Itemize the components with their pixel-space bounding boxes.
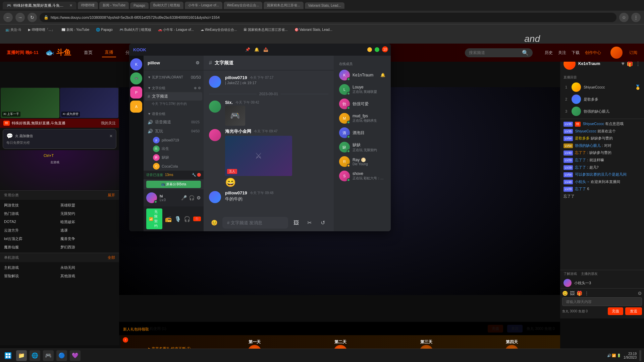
thumb-2[interactable]: XI 成为房管 — [60, 88, 119, 118]
mute-btn[interactable]: 📻 — [165, 216, 172, 222]
voice-member-2[interactable]: 缺 缺缺 — [145, 153, 202, 162]
star-button[interactable]: ☆ — [619, 13, 629, 22]
member-4[interactable]: 酒 酒泡目 — [335, 126, 389, 140]
create-btn[interactable]: 创作中心 — [585, 50, 601, 56]
bookmark-4[interactable]: 🎮 Build大厅 | 暗黑核 — [117, 27, 154, 33]
history-btn[interactable]: 历史 — [545, 50, 553, 56]
emoji-btn[interactable]: 😊 — [209, 218, 220, 228]
show-desktop-btn[interactable] — [639, 350, 641, 361]
server-name-bar[interactable]: pillow ⚙ — [144, 56, 204, 70]
member-2[interactable]: 勃 勃强可爱 — [335, 97, 389, 111]
maximize-btn[interactable] — [375, 47, 379, 52]
send-btn[interactable]: 发送 — [625, 307, 642, 315]
refresh-button[interactable]: ↻ — [28, 13, 37, 22]
bookmark-7[interactable]: 🏛 国家税务总局江苏江苏省... — [241, 27, 290, 33]
kook-pin-icon[interactable]: 📌 — [245, 47, 250, 52]
settings-channel-icon[interactable]: ⚙ — [198, 86, 201, 90]
member-0[interactable]: K Ke1nTraum 🔔 — [335, 68, 389, 82]
tab-bilibili[interactable]: 哔哩哔哩 — [78, 2, 98, 9]
kook-bell-icon[interactable]: 🔔 — [254, 47, 259, 52]
forward-button[interactable]: → — [15, 13, 25, 22]
cat-item-2[interactable]: 热门游戏 — [4, 210, 59, 217]
kook-inbox-icon[interactable]: 📥 — [263, 47, 268, 52]
tab-papago[interactable]: Papago — [130, 2, 148, 9]
settings-button[interactable]: ⋮ — [631, 13, 641, 22]
voice-member-1[interactable]: 出 出生 — [145, 144, 202, 153]
tab-weeasy[interactable]: WeEasy全自动云合... — [224, 2, 262, 9]
text-cat[interactable]: ▼ 文字分组 ⊕ ⚙ — [144, 81, 204, 92]
taskbar-chrome[interactable]: 🔵 — [56, 350, 67, 361]
single-cat-0[interactable]: 主机游戏 — [4, 264, 59, 271]
text-channel-item[interactable]: # 文字频道 — [145, 92, 202, 101]
mute-icon[interactable]: 🎤 — [181, 195, 187, 200]
image-btn[interactable]: 🖼 — [291, 218, 302, 228]
mic-btn[interactable]: 🎙️ — [174, 216, 181, 222]
voice-member-0[interactable]: p pillow0719 — [145, 136, 202, 144]
cat-item-11[interactable]: 梦幻西游 — [60, 244, 115, 251]
single-cat-2[interactable]: 冒险解说 — [4, 273, 59, 280]
cat-item-7[interactable]: 逃课 — [60, 227, 115, 234]
voice-active-bar[interactable]: 📶 无限契约 — [146, 208, 162, 229]
bookmark-2[interactable]: 📰 新闻 - YouTube — [59, 27, 92, 33]
tab-build[interactable]: Build大厅 | 暗黑核 — [150, 2, 183, 9]
gift-chat-icon[interactable]: 🎁 — [577, 291, 582, 296]
nav-home[interactable]: 首页 — [81, 48, 95, 57]
cat-item-1[interactable]: 英雄联盟 — [60, 202, 115, 209]
server-icon-2[interactable]: P — [130, 86, 142, 99]
image-icon[interactable]: 🖼 — [570, 291, 575, 296]
gif-btn[interactable]: ✂ — [304, 218, 315, 228]
tab-active[interactable]: 🎮 特殊好推薦,無限好直播,斗魚直播 ✕ — [3, 2, 76, 9]
member-1[interactable]: L Louye 正在玩 英雄联盟 — [335, 82, 389, 97]
more-btn[interactable]: ↺ — [318, 218, 328, 228]
bookmark-0[interactable]: 📺 关注·斗 — [3, 27, 24, 33]
taskbar-game[interactable]: 🎮 — [43, 350, 54, 361]
bookmark-1[interactable]: ▶ 哔哩哔哩「...」 — [25, 27, 57, 33]
cat-item-0[interactable]: 网游竞技 — [4, 202, 59, 209]
add-channel-icon[interactable]: ⊕ — [194, 86, 197, 90]
settings-chat-icon[interactable]: ⚙ — [638, 291, 642, 296]
nav-live[interactable]: 直播 — [102, 48, 116, 57]
member-6[interactable]: R Ray 🌕 Die Young — [335, 155, 389, 169]
game-image[interactable]: ⚔ 五人 — [225, 136, 292, 176]
single-cat-1[interactable]: 永劫无间 — [60, 264, 115, 271]
cat-item-4[interactable]: DOTA2 — [4, 219, 59, 226]
minimize-btn[interactable] — [367, 47, 372, 52]
voice-member-3[interactable]: C CocaCola — [145, 162, 202, 171]
taskbar-file-explorer[interactable]: 📁 — [16, 350, 27, 361]
chat-input-right[interactable] — [562, 297, 642, 306]
nav-subscribe[interactable]: 订阅 — [629, 50, 637, 56]
cat-expand[interactable]: 展开 — [108, 193, 115, 198]
bookmark-3[interactable]: 🌐 Papago — [93, 27, 115, 32]
bookmark-8[interactable]: 🎯 Valorant Stats, Lead... — [292, 27, 335, 32]
member-5[interactable]: 缺 缺缺 正在玩 无限契约 — [335, 140, 389, 154]
bookmark-6[interactable]: ☁ WeEasy全自动云合... — [198, 27, 239, 33]
user-avatar[interactable] — [610, 47, 623, 59]
member-7[interactable]: S shove 正在玩 彩虹六号：围攻 — [335, 169, 389, 183]
back-button[interactable]: ← — [3, 13, 13, 22]
chat-input[interactable] — [222, 217, 288, 229]
cat-item-9[interactable]: 魔兽竞争 — [60, 235, 115, 242]
disconnect-btn[interactable]: 🔴 — [193, 217, 201, 221]
cat-item-6[interactable]: 云游方升 — [4, 227, 59, 234]
tab-league[interactable]: 小牛车 - League of... — [185, 2, 222, 9]
search-icon[interactable]: 🔍 — [522, 50, 529, 56]
voice-channel-item[interactable]: 🔊 语音频道 00/25 — [145, 118, 202, 126]
deafen-icon[interactable]: 🎧 — [189, 195, 195, 200]
start-btn[interactable] — [3, 350, 13, 361]
tab-tax[interactable]: 国家税务总局江苏省... — [264, 2, 303, 9]
notif-close[interactable]: ✕ — [109, 134, 113, 138]
thumb-1[interactable]: XI 上车一千 — [1, 88, 59, 118]
cat-item-3[interactable]: 无限契约 — [60, 210, 115, 217]
emoji-icon[interactable]: 😊 — [562, 291, 568, 296]
tab-youtube[interactable]: 新闻 - YouTube — [99, 2, 129, 9]
member-3[interactable]: M mud_fps 正在玩 他妈求生 — [335, 111, 389, 125]
server-settings-icon[interactable]: ⚙ — [196, 60, 200, 65]
search-input[interactable] — [469, 50, 519, 55]
wutong-channel-item[interactable]: 🔊 瓦玩 04/50 — [145, 127, 202, 135]
server-icon-1[interactable]: 🎮 — [130, 72, 142, 84]
follow-btn[interactable]: 关注 — [558, 50, 566, 56]
taskbar-app[interactable]: 💜 — [70, 350, 80, 361]
taskbar-edge[interactable]: 🌐 — [30, 350, 40, 361]
single-expand[interactable]: 全部 — [108, 255, 115, 260]
valorant-cat[interactable]: ▼ 瓦罗兰特valorant 00/50 — [144, 70, 204, 81]
